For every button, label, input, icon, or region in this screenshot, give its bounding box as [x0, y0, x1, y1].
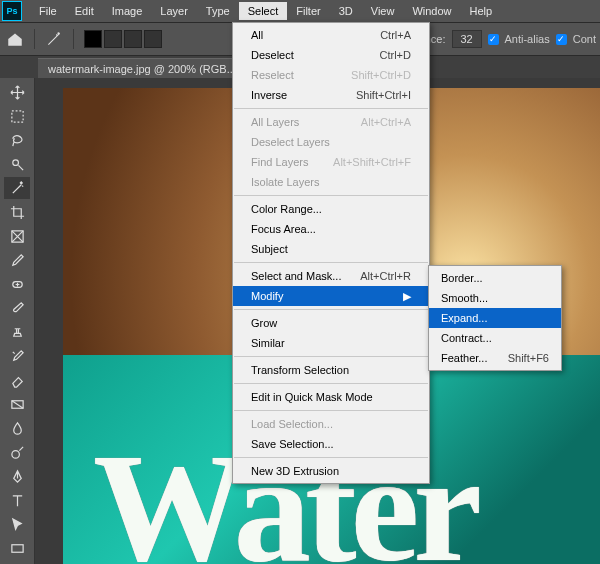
menu-item-all[interactable]: AllCtrl+A — [233, 25, 429, 45]
menu-item-deselect-layers: Deselect Layers — [233, 132, 429, 152]
eraser-tool[interactable] — [4, 369, 30, 391]
submenu-item-border[interactable]: Border... — [429, 268, 561, 288]
menu-separator — [234, 356, 428, 357]
select-menu-dropdown: AllCtrl+ADeselectCtrl+DReselectShift+Ctr… — [232, 22, 430, 484]
menu-separator — [234, 195, 428, 196]
menu-item-color-range[interactable]: Color Range... — [233, 199, 429, 219]
shortcut-label: Alt+Ctrl+R — [360, 270, 411, 282]
home-icon[interactable] — [6, 30, 24, 48]
submenu-arrow-icon: ▶ — [403, 290, 411, 303]
svg-rect-1 — [11, 110, 22, 121]
svg-point-0 — [57, 32, 59, 34]
tolerance-field[interactable]: 32 — [452, 30, 482, 48]
antialias-label: Anti-alias — [505, 33, 550, 45]
type-tool[interactable] — [4, 489, 30, 511]
menu-file[interactable]: File — [30, 2, 66, 20]
menu-separator — [234, 309, 428, 310]
rectangle-tool[interactable] — [4, 537, 30, 559]
menu-item-select-and-mask[interactable]: Select and Mask...Alt+Ctrl+R — [233, 266, 429, 286]
menu-image[interactable]: Image — [103, 2, 152, 20]
add-selection-icon[interactable] — [104, 30, 122, 48]
submenu-item-contract[interactable]: Contract... — [429, 328, 561, 348]
menu-help[interactable]: Help — [461, 2, 502, 20]
move-tool[interactable] — [4, 81, 30, 103]
svg-point-2 — [12, 159, 18, 165]
shortcut-label: Ctrl+D — [380, 49, 411, 61]
menu-item-save-selection[interactable]: Save Selection... — [233, 434, 429, 454]
blur-tool[interactable] — [4, 417, 30, 439]
menu-item-deselect[interactable]: DeselectCtrl+D — [233, 45, 429, 65]
menu-item-find-layers: Find LayersAlt+Shift+Ctrl+F — [233, 152, 429, 172]
menu-item-grow[interactable]: Grow — [233, 313, 429, 333]
intersect-selection-icon[interactable] — [144, 30, 162, 48]
menu-filter[interactable]: Filter — [287, 2, 329, 20]
subtract-selection-icon[interactable] — [124, 30, 142, 48]
antialias-checkbox[interactable]: ✓ — [488, 34, 499, 45]
menu-item-edit-in-quick-mask-mode[interactable]: Edit in Quick Mask Mode — [233, 387, 429, 407]
menu-item-subject[interactable]: Subject — [233, 239, 429, 259]
submenu-item-smooth[interactable]: Smooth... — [429, 288, 561, 308]
new-selection-icon[interactable] — [84, 30, 102, 48]
shortcut-label: Shift+Ctrl+D — [351, 69, 411, 81]
menu-select[interactable]: Select — [239, 2, 288, 20]
divider — [73, 29, 74, 49]
shortcut-label: Alt+Ctrl+A — [361, 116, 411, 128]
tools-panel — [0, 78, 35, 564]
healing-brush-tool[interactable] — [4, 273, 30, 295]
menu-edit[interactable]: Edit — [66, 2, 103, 20]
magic-wand-tool[interactable] — [4, 177, 30, 199]
menu-item-inverse[interactable]: InverseShift+Ctrl+I — [233, 85, 429, 105]
shortcut-label: Shift+Ctrl+I — [356, 89, 411, 101]
svg-point-6 — [11, 450, 19, 458]
contiguous-label: Cont — [573, 33, 596, 45]
menu-item-reselect: ReselectShift+Ctrl+D — [233, 65, 429, 85]
menu-separator — [234, 410, 428, 411]
shortcut-label: Shift+F6 — [508, 352, 549, 364]
svg-rect-7 — [11, 544, 22, 552]
lasso-tool[interactable] — [4, 129, 30, 151]
path-select-tool[interactable] — [4, 513, 30, 535]
history-brush-tool[interactable] — [4, 345, 30, 367]
menu-item-focus-area[interactable]: Focus Area... — [233, 219, 429, 239]
menu-item-isolate-layers: Isolate Layers — [233, 172, 429, 192]
modify-submenu: Border...Smooth...Expand...Contract...Fe… — [428, 265, 562, 371]
app-root: Ps File Edit Image Layer Type Select Fil… — [0, 0, 600, 564]
eyedropper-tool[interactable] — [4, 249, 30, 271]
menubar: Ps File Edit Image Layer Type Select Fil… — [0, 0, 600, 23]
submenu-item-feather[interactable]: Feather...Shift+F6 — [429, 348, 561, 368]
selection-mode-swatches — [84, 30, 162, 48]
crop-tool[interactable] — [4, 201, 30, 223]
shortcut-label: Alt+Shift+Ctrl+F — [333, 156, 411, 168]
menu-separator — [234, 383, 428, 384]
menu-separator — [234, 262, 428, 263]
document-tab[interactable]: watermark-image.jpg @ 200% (RGB... — [38, 58, 246, 79]
menu-separator — [234, 457, 428, 458]
contiguous-checkbox[interactable]: ✓ — [556, 34, 567, 45]
wand-tool-icon[interactable] — [45, 30, 63, 48]
menu-item-new-3d-extrusion[interactable]: New 3D Extrusion — [233, 461, 429, 481]
menu-item-load-selection: Load Selection... — [233, 414, 429, 434]
brush-tool[interactable] — [4, 297, 30, 319]
divider — [34, 29, 35, 49]
pen-tool[interactable] — [4, 465, 30, 487]
menu-item-all-layers: All LayersAlt+Ctrl+A — [233, 112, 429, 132]
gradient-tool[interactable] — [4, 393, 30, 415]
dodge-tool[interactable] — [4, 441, 30, 463]
submenu-item-expand[interactable]: Expand... — [429, 308, 561, 328]
menu-separator — [234, 108, 428, 109]
menu-view[interactable]: View — [362, 2, 404, 20]
menu-item-modify[interactable]: Modify▶ — [233, 286, 429, 306]
menu-item-transform-selection[interactable]: Transform Selection — [233, 360, 429, 380]
menu-window[interactable]: Window — [403, 2, 460, 20]
menu-layer[interactable]: Layer — [151, 2, 197, 20]
menu-item-similar[interactable]: Similar — [233, 333, 429, 353]
menu-type[interactable]: Type — [197, 2, 239, 20]
marquee-tool[interactable] — [4, 105, 30, 127]
app-icon: Ps — [2, 1, 22, 21]
menu-3d[interactable]: 3D — [330, 2, 362, 20]
shortcut-label: Ctrl+A — [380, 29, 411, 41]
clone-stamp-tool[interactable] — [4, 321, 30, 343]
quick-select-tool[interactable] — [4, 153, 30, 175]
frame-tool[interactable] — [4, 225, 30, 247]
